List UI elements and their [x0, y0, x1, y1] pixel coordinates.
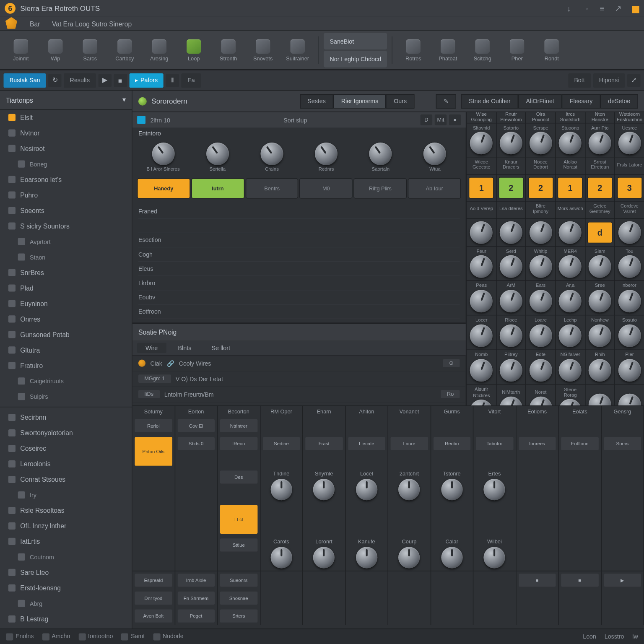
knob-dial[interactable] [559, 132, 582, 155]
knob-dial[interactable] [618, 393, 641, 405]
sidebar-item[interactable]: Erstd-loensng [0, 580, 132, 596]
panel-mini-button[interactable]: Mit [435, 114, 447, 125]
sidebar-item[interactable]: OfL Innzy lnther [0, 518, 132, 534]
track-row[interactable] [138, 219, 460, 233]
knob-dial[interactable] [270, 547, 292, 568]
tab-right[interactable]: deSetoe [600, 94, 638, 108]
sidebar-item[interactable]: IatLrtis [0, 534, 132, 549]
mixer-footer-button[interactable]: ■ [561, 574, 598, 587]
knob[interactable]: Saortain [355, 143, 407, 172]
module-header[interactable]: WetdeornEnstrumhnn [614, 112, 644, 123]
bars-icon[interactable]: ⦀ [166, 74, 179, 87]
status-item[interactable]: Samt [121, 633, 145, 640]
pad-button[interactable]: d [587, 221, 613, 243]
knob-dial[interactable] [398, 547, 420, 568]
knob-dial[interactable] [500, 290, 522, 312]
tab-right[interactable]: Fleesary [562, 94, 600, 108]
mixer-button[interactable]: Ionrees [519, 437, 556, 450]
sidebar-header[interactable]: Tiartonps▾ [0, 91, 132, 110]
knob-dial[interactable] [618, 221, 641, 244]
mixer-button[interactable]: Des [220, 470, 257, 483]
sidebar-item[interactable]: Elslt [0, 110, 132, 125]
panel-mini-button[interactable]: ● [449, 114, 461, 125]
knob-dial[interactable] [423, 143, 446, 165]
mixer-button[interactable]: Sbds 0 [177, 437, 215, 450]
module-header[interactable]: RnutrPrewntom [496, 112, 526, 123]
knob-dial[interactable] [313, 547, 335, 568]
knob-dial[interactable] [313, 479, 335, 500]
track-row[interactable]: Franed [138, 205, 460, 219]
sidebar-item[interactable]: Gltutra [0, 342, 132, 358]
knob-dial[interactable] [589, 325, 611, 347]
pad-button[interactable]: 3 [617, 177, 642, 198]
knob-dial[interactable] [470, 132, 493, 155]
knob-dial[interactable] [270, 479, 292, 500]
knob-dial[interactable] [206, 143, 229, 165]
tab[interactable]: Ours [386, 94, 415, 108]
share-icon[interactable]: ↗ [615, 3, 622, 13]
mixer-button[interactable]: IReon [220, 437, 257, 450]
sidebar-item[interactable]: Iry [0, 487, 132, 503]
tab-right[interactable]: AliOrFtinet [518, 94, 562, 108]
pen-icon[interactable]: ✎ [436, 94, 456, 108]
subtoolbar-bustak san[interactable]: Bustak San [4, 73, 46, 87]
knob-dial[interactable] [152, 143, 174, 165]
toolbar-rondt[interactable]: Rondt [535, 34, 569, 67]
knob-dial[interactable] [356, 547, 377, 568]
knob-dial[interactable] [470, 255, 493, 278]
chip-mgain[interactable]: MGgn: 1 [138, 375, 171, 383]
sidebar-item[interactable]: Secirbnn [0, 410, 132, 425]
module-header[interactable]: ItrcsSnatstorh [555, 112, 585, 123]
track-row[interactable]: Cogh [138, 247, 460, 262]
lower-tab[interactable]: Blnts [170, 343, 200, 353]
sidebar-item[interactable]: S siclry Sountors [0, 218, 132, 234]
knob-dial[interactable] [500, 132, 522, 155]
mixer-button[interactable]: Sorns [604, 437, 641, 450]
knob-dial[interactable] [529, 132, 552, 155]
knob-dial[interactable] [500, 397, 522, 405]
sidebar-item[interactable]: Conrat Stsoues [0, 472, 132, 487]
knob-dial[interactable] [618, 325, 641, 347]
knob-dial[interactable] [589, 132, 611, 155]
subtoolbar-bott[interactable]: Bott [568, 73, 591, 87]
knob-dial[interactable] [559, 325, 582, 347]
stop-icon[interactable]: ■ [114, 74, 127, 87]
pad-button[interactable]: 2 [587, 177, 613, 198]
status-item[interactable]: Nudorle [153, 633, 184, 640]
knob-dial[interactable] [441, 479, 462, 500]
step-button[interactable]: Bentrs [245, 178, 298, 198]
expand-icon[interactable]: ⤢ [627, 74, 640, 87]
subtoolbar-hiponsi[interactable]: Hiponsi [593, 73, 625, 87]
lower-tab[interactable]: Se llort [203, 343, 239, 353]
status-item-right[interactable]: Losstro [605, 633, 624, 640]
knob-dial[interactable] [618, 132, 641, 155]
toolbar-sarcs[interactable]: Sarcs [73, 34, 107, 67]
track-row[interactable]: Eotfroon [138, 304, 460, 319]
mixer-button[interactable]: Sttlue [220, 538, 257, 551]
knob-dial[interactable] [559, 399, 582, 405]
mixer-footer-button[interactable]: Irnb Alole [177, 574, 215, 587]
lower-tab[interactable]: Wire [137, 343, 166, 353]
mixer-button[interactable]: Frast [305, 437, 343, 450]
toolbar-cartbcy[interactable]: Cartbcy [107, 34, 142, 67]
track-row[interactable]: Eoubv [138, 290, 460, 304]
sidebar-item[interactable]: Plad [0, 280, 132, 296]
knob-dial[interactable] [589, 255, 611, 278]
sidebar-item[interactable]: Eoarsono let's [0, 172, 132, 187]
toolbar-snovets[interactable]: Snovets [246, 34, 280, 67]
sidebar-item[interactable]: Gunsoned Potab [0, 327, 132, 342]
knob-dial[interactable] [470, 290, 493, 312]
status-item-right[interactable]: Loon [583, 633, 596, 640]
mixer-footer-button[interactable]: Shosnae [220, 592, 257, 605]
mixer-button[interactable]: Sertine [262, 437, 300, 450]
step-button[interactable]: Riltg Plirs [354, 178, 407, 198]
panel-mini-button[interactable]: D [421, 114, 432, 125]
knob-dial[interactable] [356, 479, 377, 500]
knob[interactable]: Rednrs [300, 143, 352, 172]
status-item[interactable]: Enolns [6, 633, 34, 640]
mixer-pad[interactable]: Ll cl [220, 505, 257, 534]
knob-dial[interactable] [618, 359, 641, 382]
sidebar-item[interactable]: Fratulro [0, 358, 132, 373]
module-header[interactable]: WlseGonoping [466, 112, 496, 123]
mixer-footer-button[interactable]: Poget [177, 610, 215, 623]
